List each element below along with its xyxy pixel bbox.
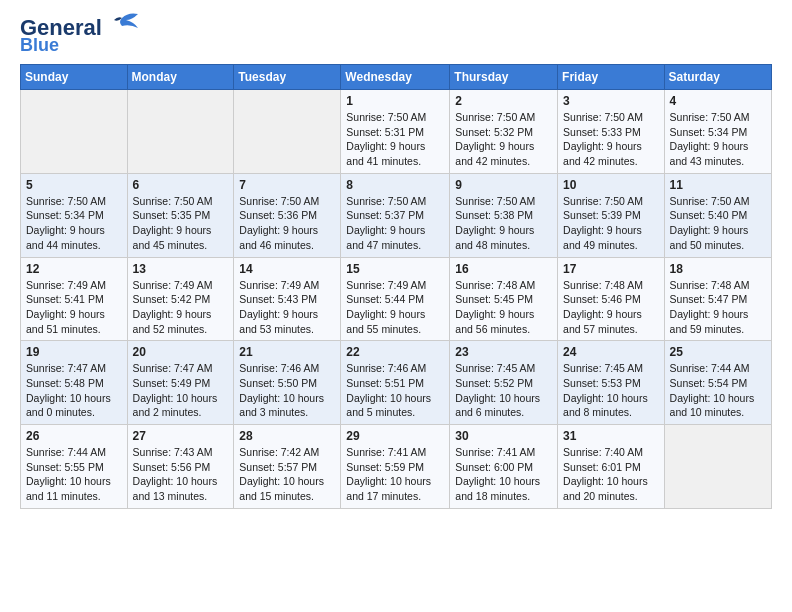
- day-number: 20: [133, 345, 229, 359]
- day-info: Sunrise: 7:50 AM Sunset: 5:40 PM Dayligh…: [670, 194, 766, 253]
- day-info: Sunrise: 7:40 AM Sunset: 6:01 PM Dayligh…: [563, 445, 659, 504]
- day-number: 21: [239, 345, 335, 359]
- day-info: Sunrise: 7:50 AM Sunset: 5:31 PM Dayligh…: [346, 110, 444, 169]
- day-info: Sunrise: 7:45 AM Sunset: 5:53 PM Dayligh…: [563, 361, 659, 420]
- day-number: 19: [26, 345, 122, 359]
- weekday-friday: Friday: [558, 65, 665, 90]
- calendar-cell: 27Sunrise: 7:43 AM Sunset: 5:56 PM Dayli…: [127, 425, 234, 509]
- logo: General Blue: [20, 16, 140, 54]
- weekday-saturday: Saturday: [664, 65, 771, 90]
- calendar-cell: 12Sunrise: 7:49 AM Sunset: 5:41 PM Dayli…: [21, 257, 128, 341]
- calendar-cell: 16Sunrise: 7:48 AM Sunset: 5:45 PM Dayli…: [450, 257, 558, 341]
- calendar-cell: 31Sunrise: 7:40 AM Sunset: 6:01 PM Dayli…: [558, 425, 665, 509]
- day-number: 1: [346, 94, 444, 108]
- week-row-4: 19Sunrise: 7:47 AM Sunset: 5:48 PM Dayli…: [21, 341, 772, 425]
- calendar-cell: 7Sunrise: 7:50 AM Sunset: 5:36 PM Daylig…: [234, 173, 341, 257]
- calendar-cell: 21Sunrise: 7:46 AM Sunset: 5:50 PM Dayli…: [234, 341, 341, 425]
- day-number: 7: [239, 178, 335, 192]
- calendar-cell: 10Sunrise: 7:50 AM Sunset: 5:39 PM Dayli…: [558, 173, 665, 257]
- calendar-cell: [234, 90, 341, 174]
- day-number: 5: [26, 178, 122, 192]
- page: General Blue SundayMondayTuesdayWednesda…: [0, 0, 792, 519]
- day-number: 11: [670, 178, 766, 192]
- calendar-cell: 15Sunrise: 7:49 AM Sunset: 5:44 PM Dayli…: [341, 257, 450, 341]
- week-row-3: 12Sunrise: 7:49 AM Sunset: 5:41 PM Dayli…: [21, 257, 772, 341]
- day-info: Sunrise: 7:45 AM Sunset: 5:52 PM Dayligh…: [455, 361, 552, 420]
- day-info: Sunrise: 7:43 AM Sunset: 5:56 PM Dayligh…: [133, 445, 229, 504]
- calendar-cell: 9Sunrise: 7:50 AM Sunset: 5:38 PM Daylig…: [450, 173, 558, 257]
- day-info: Sunrise: 7:41 AM Sunset: 5:59 PM Dayligh…: [346, 445, 444, 504]
- calendar-cell: 3Sunrise: 7:50 AM Sunset: 5:33 PM Daylig…: [558, 90, 665, 174]
- header: General Blue: [20, 16, 772, 54]
- day-info: Sunrise: 7:50 AM Sunset: 5:33 PM Dayligh…: [563, 110, 659, 169]
- weekday-sunday: Sunday: [21, 65, 128, 90]
- day-info: Sunrise: 7:48 AM Sunset: 5:47 PM Dayligh…: [670, 278, 766, 337]
- day-info: Sunrise: 7:50 AM Sunset: 5:34 PM Dayligh…: [26, 194, 122, 253]
- calendar-cell: 20Sunrise: 7:47 AM Sunset: 5:49 PM Dayli…: [127, 341, 234, 425]
- day-number: 16: [455, 262, 552, 276]
- calendar-cell: 5Sunrise: 7:50 AM Sunset: 5:34 PM Daylig…: [21, 173, 128, 257]
- day-info: Sunrise: 7:49 AM Sunset: 5:41 PM Dayligh…: [26, 278, 122, 337]
- day-info: Sunrise: 7:50 AM Sunset: 5:36 PM Dayligh…: [239, 194, 335, 253]
- day-number: 18: [670, 262, 766, 276]
- day-number: 3: [563, 94, 659, 108]
- day-info: Sunrise: 7:50 AM Sunset: 5:35 PM Dayligh…: [133, 194, 229, 253]
- week-row-1: 1Sunrise: 7:50 AM Sunset: 5:31 PM Daylig…: [21, 90, 772, 174]
- day-info: Sunrise: 7:42 AM Sunset: 5:57 PM Dayligh…: [239, 445, 335, 504]
- day-number: 10: [563, 178, 659, 192]
- calendar-cell: 1Sunrise: 7:50 AM Sunset: 5:31 PM Daylig…: [341, 90, 450, 174]
- day-info: Sunrise: 7:48 AM Sunset: 5:45 PM Dayligh…: [455, 278, 552, 337]
- week-row-5: 26Sunrise: 7:44 AM Sunset: 5:55 PM Dayli…: [21, 425, 772, 509]
- day-info: Sunrise: 7:47 AM Sunset: 5:49 PM Dayligh…: [133, 361, 229, 420]
- day-number: 28: [239, 429, 335, 443]
- day-number: 2: [455, 94, 552, 108]
- day-info: Sunrise: 7:46 AM Sunset: 5:51 PM Dayligh…: [346, 361, 444, 420]
- weekday-wednesday: Wednesday: [341, 65, 450, 90]
- weekday-thursday: Thursday: [450, 65, 558, 90]
- day-number: 4: [670, 94, 766, 108]
- logo-blue: Blue: [20, 36, 59, 54]
- calendar-cell: 30Sunrise: 7:41 AM Sunset: 6:00 PM Dayli…: [450, 425, 558, 509]
- calendar-cell: 28Sunrise: 7:42 AM Sunset: 5:57 PM Dayli…: [234, 425, 341, 509]
- day-info: Sunrise: 7:49 AM Sunset: 5:44 PM Dayligh…: [346, 278, 444, 337]
- day-number: 9: [455, 178, 552, 192]
- day-number: 23: [455, 345, 552, 359]
- day-info: Sunrise: 7:47 AM Sunset: 5:48 PM Dayligh…: [26, 361, 122, 420]
- day-info: Sunrise: 7:46 AM Sunset: 5:50 PM Dayligh…: [239, 361, 335, 420]
- weekday-header-row: SundayMondayTuesdayWednesdayThursdayFrid…: [21, 65, 772, 90]
- day-number: 31: [563, 429, 659, 443]
- calendar-cell: 17Sunrise: 7:48 AM Sunset: 5:46 PM Dayli…: [558, 257, 665, 341]
- day-number: 29: [346, 429, 444, 443]
- calendar-cell: 19Sunrise: 7:47 AM Sunset: 5:48 PM Dayli…: [21, 341, 128, 425]
- day-number: 13: [133, 262, 229, 276]
- week-row-2: 5Sunrise: 7:50 AM Sunset: 5:34 PM Daylig…: [21, 173, 772, 257]
- day-info: Sunrise: 7:50 AM Sunset: 5:34 PM Dayligh…: [670, 110, 766, 169]
- day-number: 6: [133, 178, 229, 192]
- calendar-cell: 14Sunrise: 7:49 AM Sunset: 5:43 PM Dayli…: [234, 257, 341, 341]
- calendar-cell: 29Sunrise: 7:41 AM Sunset: 5:59 PM Dayli…: [341, 425, 450, 509]
- day-info: Sunrise: 7:48 AM Sunset: 5:46 PM Dayligh…: [563, 278, 659, 337]
- day-number: 27: [133, 429, 229, 443]
- weekday-monday: Monday: [127, 65, 234, 90]
- calendar-cell: [127, 90, 234, 174]
- calendar-cell: 13Sunrise: 7:49 AM Sunset: 5:42 PM Dayli…: [127, 257, 234, 341]
- day-info: Sunrise: 7:50 AM Sunset: 5:37 PM Dayligh…: [346, 194, 444, 253]
- day-number: 14: [239, 262, 335, 276]
- day-info: Sunrise: 7:50 AM Sunset: 5:39 PM Dayligh…: [563, 194, 659, 253]
- calendar-cell: 6Sunrise: 7:50 AM Sunset: 5:35 PM Daylig…: [127, 173, 234, 257]
- calendar-cell: 8Sunrise: 7:50 AM Sunset: 5:37 PM Daylig…: [341, 173, 450, 257]
- day-number: 22: [346, 345, 444, 359]
- calendar-cell: [664, 425, 771, 509]
- day-info: Sunrise: 7:49 AM Sunset: 5:42 PM Dayligh…: [133, 278, 229, 337]
- calendar-cell: 26Sunrise: 7:44 AM Sunset: 5:55 PM Dayli…: [21, 425, 128, 509]
- calendar-cell: 2Sunrise: 7:50 AM Sunset: 5:32 PM Daylig…: [450, 90, 558, 174]
- logo-bird-icon: [104, 12, 140, 40]
- calendar-cell: 4Sunrise: 7:50 AM Sunset: 5:34 PM Daylig…: [664, 90, 771, 174]
- weekday-tuesday: Tuesday: [234, 65, 341, 90]
- day-number: 17: [563, 262, 659, 276]
- day-number: 24: [563, 345, 659, 359]
- day-info: Sunrise: 7:49 AM Sunset: 5:43 PM Dayligh…: [239, 278, 335, 337]
- day-number: 8: [346, 178, 444, 192]
- calendar-cell: [21, 90, 128, 174]
- day-info: Sunrise: 7:50 AM Sunset: 5:32 PM Dayligh…: [455, 110, 552, 169]
